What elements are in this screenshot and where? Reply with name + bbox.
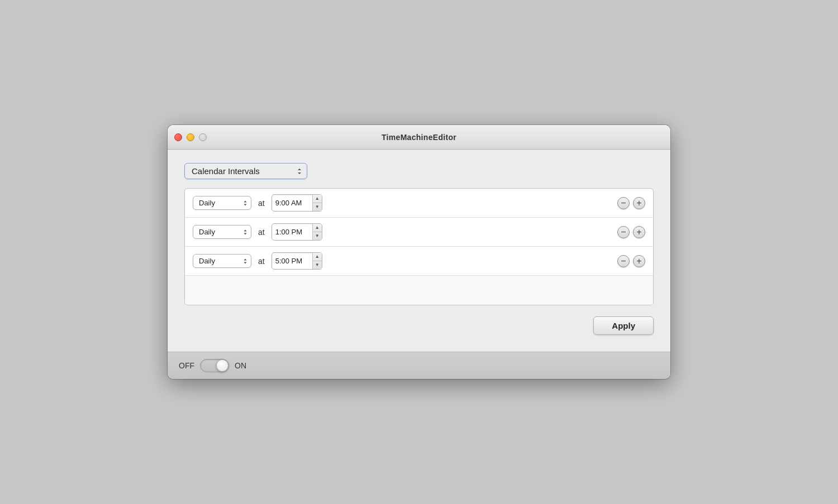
- at-label-3: at: [258, 257, 265, 266]
- at-label-1: at: [258, 199, 265, 208]
- remove-interval-btn-2[interactable]: −: [617, 226, 630, 238]
- row-actions-1: − +: [617, 197, 645, 209]
- empty-row: [185, 276, 653, 305]
- frequency-select-1[interactable]: Daily Weekly Monthly: [193, 196, 251, 210]
- window-title: TimeMachineEditor: [382, 133, 456, 142]
- time-input-wrap-2: ▲ ▼: [272, 223, 322, 241]
- app-window: TimeMachineEditor Calendar Intervals Fix…: [168, 125, 670, 379]
- time-stepper-2: ▲ ▼: [312, 224, 322, 240]
- minimize-button[interactable]: [187, 133, 194, 141]
- time-down-btn-2[interactable]: ▼: [313, 232, 322, 240]
- toggle-thumb: [216, 359, 228, 372]
- frequency-select-2[interactable]: Daily Weekly Monthly: [193, 225, 251, 239]
- close-button[interactable]: [174, 133, 182, 141]
- remove-interval-btn-3[interactable]: −: [617, 255, 630, 267]
- on-label: ON: [235, 361, 246, 370]
- interval-type-select[interactable]: Calendar Intervals Fixed Intervals: [184, 163, 307, 179]
- time-stepper-1: ▲ ▼: [312, 195, 322, 211]
- window-controls: [174, 133, 207, 141]
- time-up-btn-2[interactable]: ▲: [313, 224, 322, 232]
- row-actions-3: − +: [617, 255, 645, 267]
- time-input-2[interactable]: [272, 225, 312, 238]
- time-down-btn-1[interactable]: ▼: [313, 203, 322, 211]
- interval-row: Daily Weekly Monthly at ▲ ▼ − +: [185, 247, 653, 276]
- interval-row: Daily Weekly Monthly at ▲ ▼ − +: [185, 189, 653, 218]
- remove-interval-btn-1[interactable]: −: [617, 197, 630, 209]
- maximize-button[interactable]: [199, 133, 207, 141]
- time-input-wrap-3: ▲ ▼: [272, 252, 322, 270]
- time-up-btn-1[interactable]: ▲: [313, 195, 322, 203]
- bottom-bar: Apply: [184, 316, 654, 340]
- footer-bar: OFF ON: [168, 352, 670, 379]
- row-actions-2: − +: [617, 226, 645, 238]
- add-interval-btn-1[interactable]: +: [633, 197, 645, 209]
- time-input-wrap-1: ▲ ▼: [272, 194, 322, 212]
- interval-type-container: Calendar Intervals Fixed Intervals: [184, 163, 654, 179]
- apply-button[interactable]: Apply: [593, 316, 654, 335]
- power-toggle[interactable]: [200, 359, 229, 372]
- time-input-1[interactable]: [272, 196, 312, 209]
- titlebar: TimeMachineEditor: [168, 125, 670, 150]
- add-interval-btn-3[interactable]: +: [633, 255, 645, 267]
- time-up-btn-3[interactable]: ▲: [313, 253, 322, 261]
- window-content: Calendar Intervals Fixed Intervals Daily…: [168, 150, 670, 352]
- interval-row: Daily Weekly Monthly at ▲ ▼ − +: [185, 218, 653, 247]
- time-input-3[interactable]: [272, 255, 312, 267]
- interval-table: Daily Weekly Monthly at ▲ ▼ − +: [184, 188, 654, 305]
- frequency-select-3[interactable]: Daily Weekly Monthly: [193, 254, 251, 268]
- add-interval-btn-2[interactable]: +: [633, 226, 645, 238]
- at-label-2: at: [258, 228, 265, 237]
- off-label: OFF: [179, 361, 194, 370]
- time-down-btn-3[interactable]: ▼: [313, 261, 322, 269]
- time-stepper-3: ▲ ▼: [312, 253, 322, 269]
